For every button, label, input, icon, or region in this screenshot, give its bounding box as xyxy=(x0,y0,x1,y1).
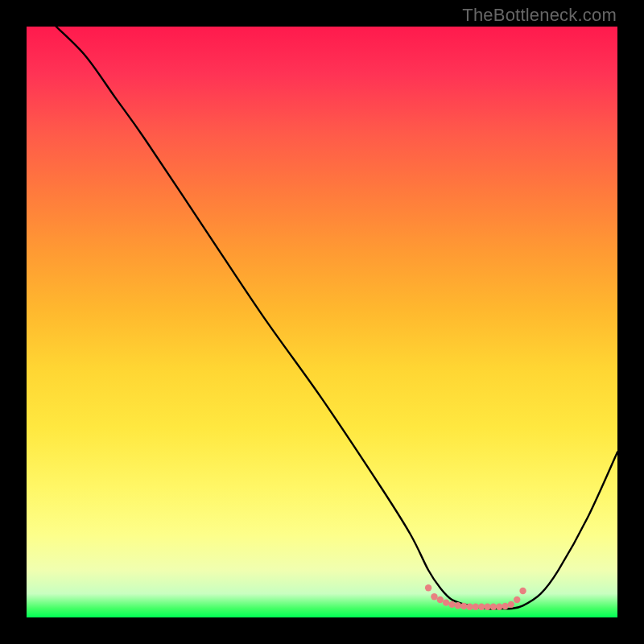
optimal-dot xyxy=(490,604,497,610)
optimal-dot xyxy=(514,597,520,603)
optimal-dot xyxy=(484,604,490,610)
optimal-region-dots xyxy=(425,584,526,610)
optimal-dot xyxy=(496,604,502,610)
optimal-dot xyxy=(437,597,444,603)
optimal-dot xyxy=(448,601,455,608)
plot-area xyxy=(27,27,617,617)
optimal-dot xyxy=(473,604,479,610)
optimal-dot xyxy=(460,603,467,609)
optimal-dot xyxy=(431,593,437,600)
watermark-text: TheBottleneck.com xyxy=(462,5,617,26)
optimal-dot xyxy=(443,599,449,605)
optimal-dot xyxy=(425,584,431,591)
optimal-dot xyxy=(478,604,485,610)
optimal-dot xyxy=(502,603,508,609)
optimal-dot xyxy=(508,601,514,608)
bottleneck-curve-line xyxy=(56,27,617,609)
chart-container: TheBottleneck.com xyxy=(0,0,644,644)
optimal-dot xyxy=(519,588,526,594)
optimal-dot xyxy=(455,602,461,609)
plot-svg xyxy=(27,27,617,617)
optimal-dot xyxy=(466,604,473,610)
